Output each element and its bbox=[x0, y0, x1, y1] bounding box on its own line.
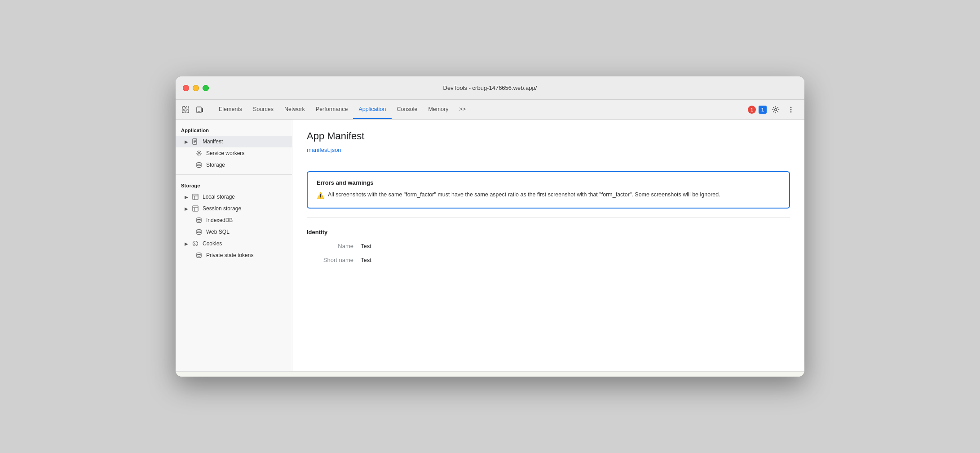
svg-point-25 bbox=[193, 241, 198, 246]
svg-rect-2 bbox=[182, 110, 185, 113]
sidebar-item-indexeddb[interactable]: IndexedDB bbox=[176, 214, 292, 226]
sidebar-item-private-state-tokens[interactable]: Private state tokens bbox=[176, 249, 292, 261]
table-icon-2 bbox=[192, 205, 199, 212]
content-area: App Manifest manifest.json Errors and wa… bbox=[292, 120, 804, 371]
svg-point-15 bbox=[198, 152, 200, 154]
tab-network[interactable]: Network bbox=[279, 100, 310, 119]
name-label: Name bbox=[307, 243, 361, 249]
tab-console[interactable]: Console bbox=[392, 100, 423, 119]
database-icon bbox=[195, 161, 203, 169]
error-item: ⚠️ All screenshots with the same "form_f… bbox=[317, 191, 780, 200]
sidebar-item-cookies-label: Cookies bbox=[203, 240, 222, 247]
table-icon bbox=[192, 193, 199, 200]
short-name-label: Short name bbox=[307, 257, 361, 263]
warning-icon: ⚠️ bbox=[317, 191, 324, 200]
device-mode-icon[interactable] bbox=[194, 103, 206, 116]
sidebar-item-service-workers-label: Service workers bbox=[206, 150, 244, 156]
identity-title: Identity bbox=[307, 229, 790, 235]
name-value: Test bbox=[361, 243, 371, 249]
tab-memory[interactable]: Memory bbox=[423, 100, 454, 119]
sidebar-item-websql-label: Web SQL bbox=[206, 229, 230, 235]
sidebar-item-manifest-label: Manifest bbox=[203, 138, 223, 145]
expand-arrow-icon: ▶ bbox=[185, 241, 188, 246]
svg-point-29 bbox=[194, 244, 194, 245]
page-title: App Manifest bbox=[307, 130, 790, 142]
database-icon-3 bbox=[195, 228, 203, 235]
tab-spacer bbox=[471, 100, 744, 119]
tab-more[interactable]: >> bbox=[454, 100, 472, 119]
database-icon-4 bbox=[195, 252, 203, 259]
identity-row-name: Name Test bbox=[307, 243, 790, 249]
sidebar-item-storage-app[interactable]: Storage bbox=[176, 159, 292, 171]
devtools-window: DevTools - crbug-1476656.web.app/ bbox=[176, 76, 804, 377]
sidebar-item-private-state-tokens-label: Private state tokens bbox=[206, 252, 253, 258]
main-content: Application ▶ Manifest bbox=[176, 120, 804, 371]
sidebar-item-local-storage[interactable]: ▶ Local storage bbox=[176, 191, 292, 203]
window-title: DevTools - crbug-1476656.web.app/ bbox=[443, 84, 537, 91]
sidebar-item-storage-label: Storage bbox=[206, 162, 225, 168]
message-badge[interactable]: 1 bbox=[759, 106, 767, 114]
svg-point-8 bbox=[790, 107, 792, 108]
error-text: All screenshots with the same "form_fact… bbox=[328, 191, 720, 199]
cookie-icon bbox=[192, 240, 199, 247]
errors-title: Errors and warnings bbox=[317, 179, 780, 186]
svg-point-30 bbox=[197, 253, 201, 255]
maximize-button[interactable] bbox=[203, 85, 209, 91]
svg-rect-0 bbox=[182, 107, 185, 109]
sidebar-item-session-storage[interactable]: ▶ Session storage bbox=[176, 203, 292, 214]
expand-arrow-icon: ▶ bbox=[185, 195, 188, 200]
inspect-icon[interactable] bbox=[179, 103, 192, 116]
error-badge[interactable]: 1 bbox=[748, 106, 756, 114]
svg-point-24 bbox=[197, 230, 201, 231]
sidebar-divider bbox=[176, 174, 292, 175]
database-icon-2 bbox=[195, 217, 203, 224]
svg-rect-1 bbox=[186, 107, 189, 109]
short-name-value: Test bbox=[361, 257, 371, 263]
tab-elements[interactable]: Elements bbox=[213, 100, 247, 119]
devtools-actions: 1 1 bbox=[744, 100, 801, 119]
tab-performance[interactable]: Performance bbox=[310, 100, 353, 119]
tab-application[interactable]: Application bbox=[353, 100, 391, 119]
bottom-bar bbox=[176, 371, 804, 377]
svg-point-7 bbox=[775, 108, 777, 111]
storage-section-label: Storage bbox=[176, 178, 292, 191]
svg-rect-17 bbox=[193, 194, 198, 200]
close-button[interactable] bbox=[183, 85, 189, 91]
gear-icon bbox=[195, 150, 203, 157]
devtools-tab-bar: Elements Sources Network Performance App… bbox=[176, 100, 804, 120]
settings-icon[interactable] bbox=[769, 103, 782, 116]
sidebar-item-cookies[interactable]: ▶ Cookies bbox=[176, 238, 292, 249]
svg-point-26 bbox=[194, 243, 195, 244]
section-divider bbox=[307, 218, 790, 218]
sidebar: Application ▶ Manifest bbox=[176, 120, 292, 371]
document-icon bbox=[192, 138, 199, 145]
expand-arrow-icon: ▶ bbox=[185, 139, 188, 144]
message-count: 1 bbox=[759, 106, 767, 114]
expand-arrow-icon: ▶ bbox=[185, 206, 188, 211]
sidebar-item-session-storage-label: Session storage bbox=[203, 205, 241, 212]
errors-warnings-box: Errors and warnings ⚠️ All screenshots w… bbox=[307, 171, 790, 209]
devtools-icon-bar bbox=[179, 100, 210, 119]
sidebar-item-manifest[interactable]: ▶ Manifest bbox=[176, 136, 292, 147]
manifest-link[interactable]: manifest.json bbox=[307, 147, 341, 153]
svg-rect-4 bbox=[197, 107, 201, 113]
sidebar-item-indexeddb-label: IndexedDB bbox=[206, 217, 233, 223]
svg-point-10 bbox=[790, 111, 792, 112]
svg-point-27 bbox=[196, 242, 196, 243]
svg-rect-5 bbox=[202, 108, 203, 112]
identity-row-short-name: Short name Test bbox=[307, 257, 790, 263]
svg-point-28 bbox=[195, 244, 195, 244]
svg-rect-3 bbox=[186, 110, 189, 113]
error-count: 1 bbox=[748, 106, 756, 114]
identity-section: Identity Name Test Short name Test bbox=[307, 225, 790, 263]
tab-sources[interactable]: Sources bbox=[247, 100, 279, 119]
sidebar-item-websql[interactable]: Web SQL bbox=[176, 226, 292, 238]
titlebar: DevTools - crbug-1476656.web.app/ bbox=[176, 76, 804, 100]
more-options-icon[interactable] bbox=[785, 103, 797, 116]
sidebar-item-local-storage-label: Local storage bbox=[203, 194, 235, 200]
minimize-button[interactable] bbox=[193, 85, 199, 91]
sidebar-item-service-workers[interactable]: Service workers bbox=[176, 147, 292, 159]
traffic-lights bbox=[183, 85, 209, 91]
application-section-label: Application bbox=[176, 123, 292, 136]
svg-rect-20 bbox=[193, 206, 198, 211]
